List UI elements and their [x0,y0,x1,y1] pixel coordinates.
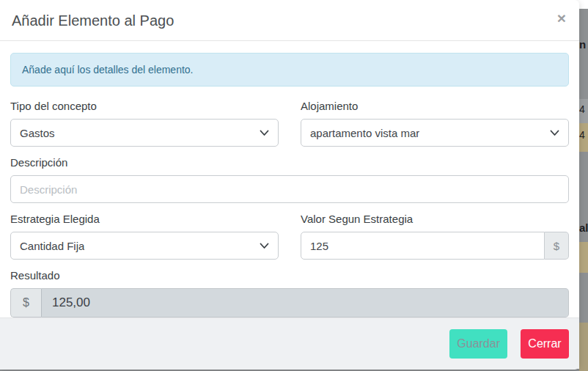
estrategia-label: Estrategia Elegida [10,213,279,226]
dollar-addon: $ [545,232,569,260]
chevron-down-icon [550,130,559,136]
alojamiento-label: Alojamiento [301,100,569,113]
dollar-addon: $ [10,288,42,317]
valor-input-group: $ [301,232,569,260]
chevron-down-icon [260,243,269,249]
background-row [579,242,588,273]
background-row [579,273,588,323]
tipo-concepto-select[interactable]: Gastos [10,119,279,147]
cerrar-button[interactable]: Cerrar [521,329,569,359]
background-row [579,0,588,9]
background-table: n 4 4 al [579,0,588,371]
modal-header: Añadir Elemento al Pago × [0,0,579,41]
descripcion-input[interactable] [10,175,569,203]
tipo-concepto-value: Gastos [20,127,55,139]
background-row [579,323,588,371]
descripcion-label: Descripción [10,156,569,169]
background-row [579,9,588,99]
guardar-button[interactable]: Guardar [449,329,507,359]
valor-input[interactable] [301,232,545,260]
page: n 4 4 al Añadir Elemento al Pago × Añade… [0,0,588,371]
close-icon[interactable]: × [557,10,566,26]
background-text-fragment: n [579,38,586,51]
background-text-fragment: 4 [579,129,585,141]
alojamiento-select[interactable]: apartamento vista mar [301,119,569,147]
estrategia-value: Cantidad Fija [20,240,84,252]
resultado-label: Resultado [10,269,569,282]
alojamiento-value: apartamento vista mar [310,127,419,139]
resultado-input [42,288,569,317]
estrategia-select[interactable]: Cantidad Fija [10,232,279,260]
tipo-concepto-label: Tipo del concepto [10,100,279,113]
valor-label: Valor Segun Estrategia [301,213,569,226]
modal-body: Añade aquí los detalles del elemento. Ti… [0,41,579,317]
modal-footer: Guardar Cerrar [0,317,579,370]
add-payment-element-modal: Añadir Elemento al Pago × Añade aquí los… [0,0,579,369]
background-text-fragment: al [579,221,588,234]
resultado-input-group: $ [10,288,569,317]
info-alert: Añade aquí los detalles del elemento. [10,53,569,87]
modal-title: Añadir Elemento al Pago [12,12,567,30]
background-text-fragment: 4 [579,103,585,115]
chevron-down-icon [260,130,269,136]
